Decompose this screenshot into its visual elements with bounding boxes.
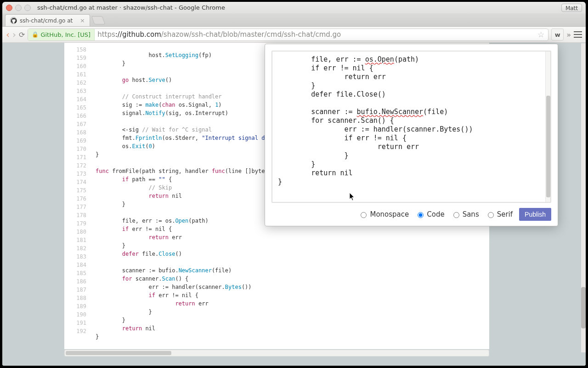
lock-icon: 🔒 bbox=[32, 31, 39, 38]
tab-active[interactable]: ssh-chat/cmd.go at × bbox=[5, 14, 90, 26]
window-close-button[interactable] bbox=[6, 5, 12, 11]
chrome-menu-icon[interactable] bbox=[574, 31, 582, 38]
ssl-chip[interactable]: 🔒 GitHub, Inc. [US] bbox=[28, 29, 95, 40]
extensions-overflow-icon[interactable]: » bbox=[566, 30, 571, 39]
popup-scrollbar-thumb[interactable] bbox=[546, 96, 550, 197]
publish-button[interactable]: Publish bbox=[519, 208, 551, 221]
font-label: Sans bbox=[463, 210, 479, 218]
font-label: Monospace bbox=[370, 210, 409, 218]
os-titlebar: ssh-chat/cmd.go at master · shazow/ssh-c… bbox=[2, 2, 586, 13]
forward-button: › bbox=[12, 29, 16, 40]
font-option-serif[interactable]: Serif bbox=[486, 210, 513, 218]
user-badge[interactable]: Matt bbox=[561, 4, 582, 12]
font-option-sans[interactable]: Sans bbox=[451, 210, 479, 218]
omnibox[interactable]: 🔒 GitHub, Inc. [US] https://github.com/s… bbox=[28, 29, 548, 41]
os-scrollbar[interactable] bbox=[581, 43, 586, 352]
popup-textarea[interactable]: file, err := os.Open(path) if err != nil… bbox=[271, 51, 551, 203]
scrollbar-thumb[interactable] bbox=[66, 351, 171, 355]
new-tab-button[interactable] bbox=[91, 16, 106, 24]
font-radio-serif[interactable] bbox=[488, 212, 494, 218]
window-title: ssh-chat/cmd.go at master · shazow/ssh-c… bbox=[37, 4, 561, 11]
toolbar: ‹ › ⟳ 🔒 GitHub, Inc. [US] https://github… bbox=[2, 27, 586, 43]
font-option-code[interactable]: Code bbox=[415, 210, 444, 218]
back-button[interactable]: ‹ bbox=[6, 29, 10, 40]
font-radio-code[interactable] bbox=[418, 212, 424, 218]
font-radio-sans[interactable] bbox=[453, 212, 459, 218]
extension-label: w bbox=[555, 31, 560, 38]
horizontal-scrollbar[interactable] bbox=[64, 350, 489, 356]
reload-button[interactable]: ⟳ bbox=[19, 30, 25, 39]
url-text: https://github.com/shazow/ssh-chat/blob/… bbox=[95, 30, 344, 39]
tab-title: ssh-chat/cmd.go at bbox=[20, 17, 73, 24]
extension-popup: file, err := os.Open(path) if err != nil… bbox=[265, 44, 558, 226]
bookmark-star-icon[interactable]: ☆ bbox=[534, 30, 548, 39]
popup-footer: MonospaceCodeSansSerifPublish bbox=[265, 207, 558, 226]
extension-button[interactable]: w bbox=[551, 29, 564, 40]
popup-scrollbar[interactable] bbox=[545, 52, 550, 202]
font-radio-monospace[interactable] bbox=[361, 212, 367, 218]
font-label: Serif bbox=[497, 210, 513, 218]
font-option-monospace[interactable]: Monospace bbox=[358, 210, 409, 218]
tab-close-icon[interactable]: × bbox=[80, 17, 85, 24]
popup-text-content[interactable]: file, err := os.Open(path) if err != nil… bbox=[272, 52, 545, 202]
window-maximize-button[interactable] bbox=[24, 5, 31, 11]
line-number-gutter: 158 159 160 161 162 163 164 165 166 167 … bbox=[64, 43, 91, 349]
tabstrip: ssh-chat/cmd.go at × bbox=[2, 13, 586, 27]
ssl-identity: GitHub, Inc. [US] bbox=[40, 31, 90, 38]
github-favicon-icon bbox=[10, 17, 17, 24]
os-scrollbar-thumb[interactable] bbox=[581, 287, 586, 328]
font-label: Code bbox=[427, 210, 444, 218]
window-minimize-button[interactable] bbox=[15, 5, 22, 11]
